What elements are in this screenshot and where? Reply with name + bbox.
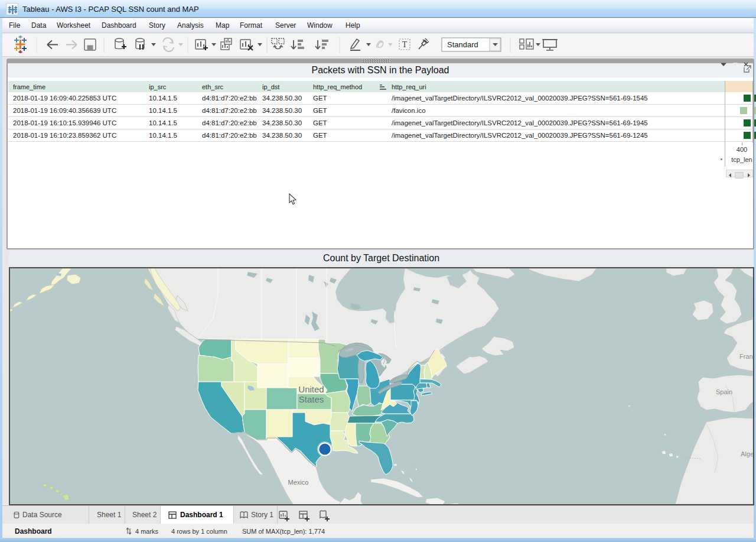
svg-text:Alge: Alge — [741, 450, 753, 457]
svg-text:Standard: Standard — [447, 40, 478, 49]
svg-text:Spain: Spain — [716, 388, 732, 395]
svg-text:United: United — [298, 384, 324, 394]
svg-text:Mexico: Mexico — [288, 479, 309, 486]
svg-text:States: States — [299, 394, 324, 404]
svg-text:Fran: Fran — [739, 353, 753, 360]
svg-text:T: T — [402, 40, 408, 49]
